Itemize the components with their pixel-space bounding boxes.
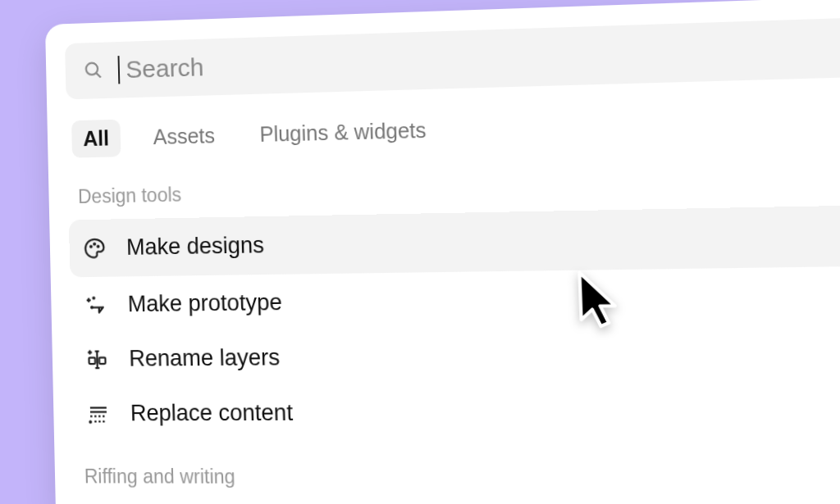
svg-rect-7 xyxy=(99,357,106,364)
text-caret xyxy=(117,56,120,84)
rename-icon xyxy=(84,347,110,372)
section-label-riffing: Riffing and writing xyxy=(75,465,840,491)
svg-point-0 xyxy=(86,63,98,75)
svg-line-1 xyxy=(97,73,101,77)
actions-panel: All Assets Plugins & widgets Design tool… xyxy=(45,0,840,504)
svg-point-3 xyxy=(94,243,95,244)
search-icon xyxy=(83,60,103,82)
svg-point-2 xyxy=(90,246,92,247)
row-label: Replace content xyxy=(130,400,294,427)
svg-point-5 xyxy=(90,306,94,309)
search-bar[interactable] xyxy=(65,15,840,99)
tab-assets[interactable]: Assets xyxy=(141,116,227,156)
replace-icon xyxy=(86,401,112,426)
tab-all[interactable]: All xyxy=(71,120,121,158)
row-make-prototype[interactable]: Make prototype xyxy=(70,267,840,332)
svg-rect-6 xyxy=(89,357,95,364)
row-make-designs[interactable]: Make designs AI beta xyxy=(69,204,840,278)
tab-plugins-widgets[interactable]: Plugins & widgets xyxy=(248,111,439,153)
row-label: Rename layers xyxy=(129,345,281,372)
section-label-design-tools: Design tools xyxy=(68,167,840,208)
svg-point-4 xyxy=(98,245,99,247)
row-rename-layers[interactable]: Rename layers xyxy=(71,325,840,385)
tabs: All Assets Plugins & widgets xyxy=(66,98,840,158)
row-replace-content[interactable]: Replace content xyxy=(72,383,840,440)
design-tools-list: Make designs AI beta Make prototype xyxy=(69,204,840,440)
search-input[interactable] xyxy=(126,30,840,84)
row-label: Make designs xyxy=(126,233,265,261)
palette-icon xyxy=(82,235,107,261)
row-label: Make prototype xyxy=(127,289,282,317)
sparkle-icon xyxy=(84,293,109,318)
